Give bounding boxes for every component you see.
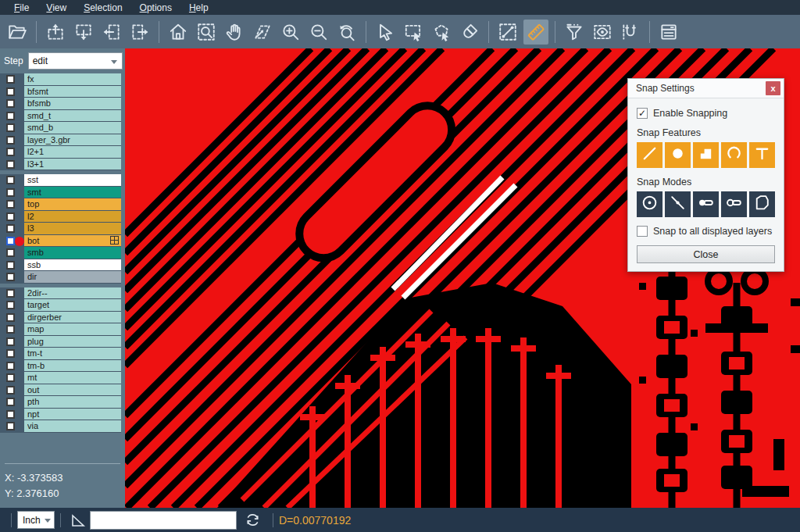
layer-row-tm-t[interactable]: tm-t	[0, 348, 125, 360]
filter-button[interactable]	[562, 20, 587, 45]
layer-name-bar[interactable]: out	[24, 384, 121, 397]
layer-visibility-checkbox[interactable]	[6, 362, 15, 370]
layer-name-bar[interactable]: smd_t	[24, 110, 121, 123]
enable-snapping-checkbox[interactable]: ✓	[637, 108, 648, 119]
layer-visibility-checkbox[interactable]	[6, 188, 15, 197]
menu-options[interactable]: Options	[132, 1, 180, 15]
snap-feature-line-button[interactable]	[637, 142, 662, 168]
layer-row-map[interactable]: map	[0, 323, 125, 336]
layer-row-smd_t[interactable]: smd_t	[0, 110, 125, 123]
layer-row-l3[interactable]: l3	[0, 223, 125, 235]
layer-visibility-checkbox[interactable]	[6, 248, 15, 257]
layer-name-bar[interactable]: bfsmt	[24, 86, 121, 98]
layer-visibility-checkbox[interactable]	[6, 176, 15, 184]
layer-row-plug[interactable]: plug	[0, 336, 125, 348]
view-visibility-button[interactable]	[590, 20, 615, 45]
open-file-button[interactable]	[5, 20, 30, 45]
snap-mode-slot-outline-button[interactable]	[721, 191, 747, 217]
layer-visibility-checkbox[interactable]	[6, 422, 15, 430]
layer-name-bar[interactable]: fx	[24, 73, 121, 86]
sync-button[interactable]	[245, 512, 261, 528]
layer-row-out[interactable]: out	[0, 384, 125, 397]
enable-snapping-row[interactable]: ✓ Enable Snapping	[637, 108, 775, 119]
layer-name-bar[interactable]: 2dir--	[24, 287, 121, 300]
zoom-window-button[interactable]	[194, 20, 219, 45]
layer-visibility-checkbox[interactable]	[6, 160, 15, 169]
clean-brush-button[interactable]	[457, 20, 482, 45]
snap-feature-surface-button[interactable]	[693, 142, 719, 168]
zoom-out-button[interactable]	[306, 20, 331, 45]
layer-name-bar[interactable]: bot	[24, 235, 121, 248]
layer-name-bar[interactable]: sst	[24, 174, 121, 187]
layer-row-smt[interactable]: smt	[0, 187, 125, 199]
snap-all-layers-row[interactable]: Snap to all displayed layers	[637, 226, 775, 237]
layer-name-bar[interactable]: layer_3.gbr	[24, 134, 121, 147]
layer-name-bar[interactable]: ssb	[24, 259, 121, 272]
select-pointer-button[interactable]	[373, 20, 398, 45]
close-icon[interactable]: x	[766, 81, 780, 95]
angle-measure-button[interactable]	[70, 512, 87, 529]
layer-name-bar[interactable]: target	[24, 299, 121, 312]
layer-name-bar[interactable]: smb	[24, 247, 121, 259]
step-select[interactable]: edit	[28, 52, 123, 70]
layer-row-l2+1[interactable]: l2+1	[0, 146, 125, 159]
layer-row-dir[interactable]: dir	[0, 271, 125, 284]
layer-name-bar[interactable]: l2+1	[24, 146, 121, 159]
layer-row-dirgerber[interactable]: dirgerber	[0, 312, 125, 324]
layer-name-bar[interactable]: map	[24, 323, 121, 336]
layer-visibility-checkbox[interactable]	[6, 301, 15, 309]
layer-row-mt[interactable]: mt	[0, 372, 125, 384]
layer-name-bar[interactable]: pth	[24, 396, 121, 409]
layer-visibility-checkbox[interactable]	[6, 99, 15, 108]
zoom-reset-button[interactable]	[334, 20, 359, 45]
layer-visibility-checkbox[interactable]	[6, 386, 15, 395]
dialog-title-bar[interactable]: Snap Settings x	[628, 79, 784, 98]
snap-mode-slot-filled-button[interactable]	[693, 191, 719, 217]
zoom-area-button[interactable]	[250, 20, 275, 45]
snap-feature-text-button[interactable]	[749, 142, 775, 168]
layer-visibility-checkbox[interactable]	[6, 123, 15, 132]
layer-name-bar[interactable]: l3+1	[24, 159, 121, 171]
layer-visibility-checkbox[interactable]	[6, 337, 15, 346]
layer-name-bar[interactable]: smt	[24, 187, 121, 199]
layer-visibility-checkbox[interactable]	[6, 289, 15, 298]
layer-visibility-checkbox[interactable]	[6, 112, 15, 120]
move-left-button[interactable]	[99, 20, 124, 45]
layer-row-tm-b[interactable]: tm-b	[0, 360, 125, 373]
move-down-button[interactable]	[71, 20, 96, 45]
layer-visibility-checkbox[interactable]	[6, 325, 15, 334]
layer-visibility-checkbox[interactable]	[6, 373, 15, 382]
select-rect-button[interactable]	[401, 20, 426, 45]
layer-row-top[interactable]: top	[0, 198, 125, 211]
layer-visibility-checkbox[interactable]	[6, 224, 15, 233]
snap-all-layers-checkbox[interactable]	[637, 226, 648, 237]
zoom-in-button[interactable]	[278, 20, 303, 45]
layer-name-bar[interactable]: dirgerber	[24, 312, 121, 324]
snap-mode-midpoint-button[interactable]	[665, 191, 691, 217]
layer-row-layer_3.gbr[interactable]: layer_3.gbr	[0, 134, 125, 147]
snap-mode-contour-button[interactable]	[749, 191, 775, 217]
layer-row-ssb[interactable]: ssb	[0, 259, 125, 272]
menu-view[interactable]: View	[38, 1, 74, 15]
layer-visibility-checkbox[interactable]	[6, 148, 15, 156]
layer-visibility-checkbox[interactable]	[6, 273, 15, 281]
layer-name-bar[interactable]: l3	[24, 223, 121, 235]
menu-help[interactable]: Help	[181, 1, 216, 15]
layer-row-smd_b[interactable]: smd_b	[0, 122, 125, 134]
layer-name-bar[interactable]: plug	[24, 336, 121, 348]
ruler-button[interactable]	[523, 20, 548, 45]
layer-visibility-checkbox[interactable]	[6, 313, 15, 322]
layer-row-smb[interactable]: smb	[0, 247, 125, 259]
layer-row-fx[interactable]: fx	[0, 73, 125, 86]
layer-row-pth[interactable]: pth	[0, 396, 125, 409]
layer-row-npt[interactable]: npt	[0, 409, 125, 421]
layer-name-bar[interactable]: smd_b	[24, 122, 121, 134]
close-button[interactable]: Close	[637, 245, 775, 263]
layer-visibility-checkbox[interactable]	[6, 212, 15, 221]
home-view-button[interactable]	[166, 20, 191, 45]
layer-visibility-checkbox[interactable]	[6, 410, 15, 419]
layer-row-via[interactable]: via	[0, 420, 125, 433]
layer-visibility-checkbox[interactable]	[6, 237, 15, 245]
layer-row-l2[interactable]: l2	[0, 211, 125, 223]
layer-row-bot[interactable]: bot	[0, 235, 125, 248]
